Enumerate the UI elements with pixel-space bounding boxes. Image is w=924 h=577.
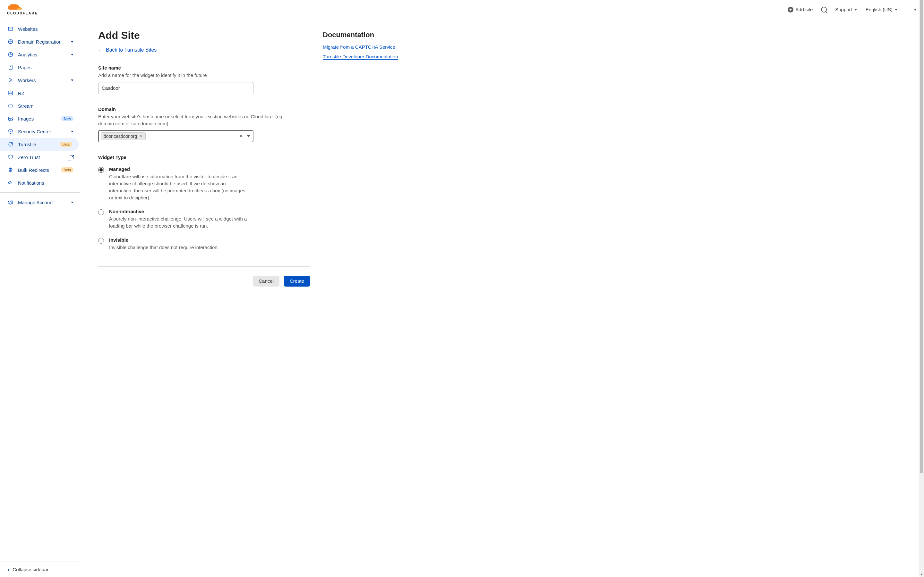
user-menu[interactable] <box>906 7 917 13</box>
sidebar-item-label: Images <box>18 116 57 121</box>
sidebar-item-workers[interactable]: Workers <box>0 74 80 87</box>
header: CLOUDFLARE + Add site Support English (U… <box>0 0 924 19</box>
badge-beta: Beta <box>61 167 73 172</box>
sidebar-item-pages[interactable]: Pages <box>0 61 80 74</box>
scrollbar-thumb[interactable] <box>920 0 923 473</box>
side-nav: WebsitesDomain RegistrationAnalyticsPage… <box>0 19 80 189</box>
remove-tag-icon[interactable]: ✕ <box>140 134 143 139</box>
sidebar-item-turnstile[interactable]: TurnstileBeta <box>0 138 79 151</box>
arrow-left-icon: ← <box>98 47 103 53</box>
chevron-down-icon[interactable] <box>247 135 250 137</box>
sidebar-item-images[interactable]: ImagesNew <box>0 112 80 125</box>
clear-all-icon[interactable]: ✕ <box>239 133 243 139</box>
sidebar-item-label: Zero Trust <box>18 155 65 160</box>
domain-tag: door.casdoor.org ✕ <box>101 132 145 140</box>
documentation-heading: Documentation <box>323 31 422 39</box>
sidebar-item-label: Pages <box>18 65 73 70</box>
window-scrollbar[interactable]: ▲ ▼ <box>919 0 924 577</box>
widget-type-label: Widget Type <box>98 155 310 160</box>
search-icon <box>821 7 827 13</box>
badge-beta: Beta <box>60 142 72 147</box>
sidebar-item-label: Workers <box>18 77 66 83</box>
sidebar-item-bulk-redirects[interactable]: Bulk RedirectsBeta <box>0 163 80 176</box>
sidebar-item-label: Turnstile <box>18 142 55 147</box>
svg-point-7 <box>9 118 10 119</box>
back-link[interactable]: ← Back to Turnstile Sites <box>98 47 157 53</box>
sidebar-item-manage-account[interactable]: Manage Account <box>0 196 80 209</box>
radio-input[interactable] <box>98 238 104 243</box>
support-label: Support <box>835 7 852 12</box>
page-title: Add Site <box>98 29 310 41</box>
cancel-button[interactable]: Cancel <box>253 276 279 287</box>
form-actions: Cancel Create <box>98 266 310 287</box>
image-icon <box>8 116 13 121</box>
sidebar-item-analytics[interactable]: Analytics <box>0 48 80 61</box>
language-menu[interactable]: English (US) <box>866 7 898 12</box>
divider <box>0 192 80 193</box>
add-site-label: Add site <box>795 7 813 12</box>
site-name-input[interactable] <box>98 82 254 94</box>
db-icon <box>8 90 13 96</box>
radio-title: Invisible <box>109 237 219 243</box>
sidebar-item-label: Domain Registration <box>18 39 66 45</box>
radio-description: Cloudflare will use information from the… <box>109 173 250 201</box>
sidebar-item-label: Manage Account <box>18 200 66 205</box>
sidebar-item-notifications[interactable]: Notifications <box>0 176 80 189</box>
cloud-icon <box>7 4 24 11</box>
svg-point-5 <box>9 91 13 92</box>
add-site-link[interactable]: + Add site <box>788 7 813 13</box>
search-button[interactable] <box>821 7 827 13</box>
domain-tag-text: door.casdoor.org <box>103 134 137 139</box>
svg-point-8 <box>10 201 11 203</box>
scroll-down-arrow[interactable]: ▼ <box>919 572 924 577</box>
collapse-label: Collapse sidebar <box>13 567 48 572</box>
shield-check-icon <box>8 129 13 134</box>
chevron-down-icon <box>895 9 898 11</box>
sidebar-item-security-center[interactable]: Security Center <box>0 125 80 138</box>
gear-icon <box>8 199 13 205</box>
svg-rect-0 <box>8 27 13 31</box>
sidebar-item-stream[interactable]: Stream <box>0 99 80 112</box>
create-button[interactable]: Create <box>284 276 310 287</box>
reload-icon <box>8 141 13 147</box>
language-label: English (US) <box>866 7 893 12</box>
widget-type-option-invisible[interactable]: InvisibleInvisible challenge that does n… <box>98 237 310 251</box>
radio-input[interactable] <box>98 167 104 173</box>
sidebar-item-label: R2 <box>18 90 73 96</box>
chevron-down-icon <box>854 9 857 11</box>
sidebar-item-label: Security Center <box>18 129 66 134</box>
shield-icon <box>8 154 13 160</box>
globe-icon <box>8 39 13 45</box>
radio-input[interactable] <box>98 210 104 215</box>
sidebar-item-label: Notifications <box>18 180 73 185</box>
cloudflare-logo[interactable]: CLOUDFLARE <box>7 4 38 15</box>
header-actions: + Add site Support English (US) <box>788 7 917 13</box>
doc-link[interactable]: Turnstile Developer Documentation <box>323 54 398 60</box>
radio-title: Non-interactive <box>109 209 250 214</box>
doc-link[interactable]: Migrate from a CAPTCHA Service <box>323 44 395 50</box>
plus-circle-icon: + <box>788 7 793 13</box>
widget-type-option-managed[interactable]: ManagedCloudflare will use information f… <box>98 166 310 201</box>
documentation-panel: Documentation Migrate from a CAPTCHA Ser… <box>323 29 422 567</box>
megaphone-icon <box>8 180 13 185</box>
main-content: Add Site ← Back to Turnstile Sites Site … <box>80 19 919 577</box>
workers-icon <box>8 77 13 83</box>
support-menu[interactable]: Support <box>835 7 857 12</box>
domain-select[interactable]: door.casdoor.org ✕ ✕ <box>98 130 254 142</box>
widget-type-option-non-interactive[interactable]: Non-interactiveA purely non-interactive … <box>98 209 310 229</box>
sidebar-item-websites[interactable]: Websites <box>0 23 80 35</box>
page-icon <box>8 64 13 70</box>
radio-title: Managed <box>109 166 250 172</box>
radio-description: Invisible challenge that does not requir… <box>109 244 219 251</box>
logo-wordmark: CLOUDFLARE <box>7 11 38 15</box>
sidebar-item-label: Bulk Redirects <box>18 167 57 173</box>
sidebar-item-r2[interactable]: R2 <box>0 87 80 99</box>
collapse-sidebar-button[interactable]: ‹‹ Collapse sidebar <box>0 562 80 577</box>
cloud-icon <box>8 103 13 109</box>
sidebar-item-label: Analytics <box>18 52 66 57</box>
sidebar-item-domain-registration[interactable]: Domain Registration <box>0 35 80 48</box>
chevron-down-icon <box>71 201 73 203</box>
signpost-icon <box>8 167 13 173</box>
sidebar-item-label: Stream <box>18 103 73 109</box>
sidebar-item-zero-trust[interactable]: Zero Trust <box>0 151 80 163</box>
